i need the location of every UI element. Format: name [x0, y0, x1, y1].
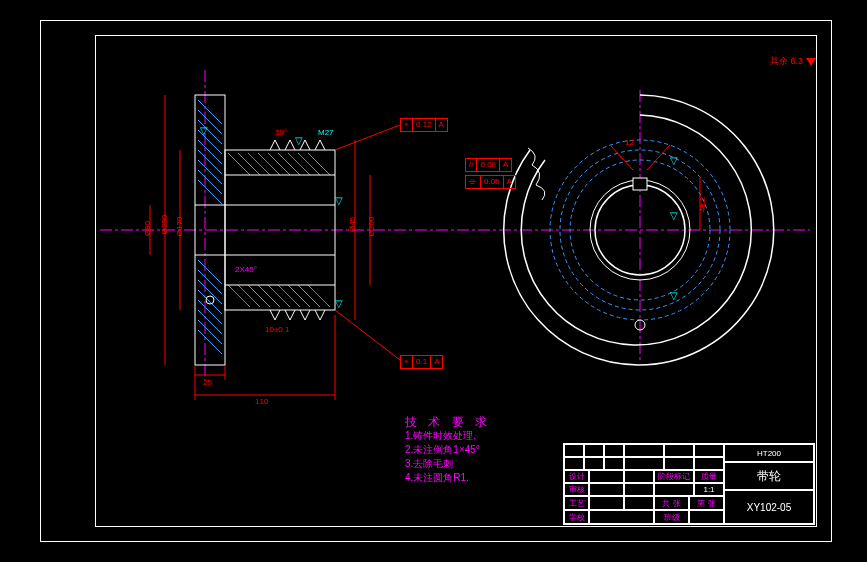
- svg-line-18: [298, 153, 320, 175]
- tb-design-label: 设计: [564, 470, 589, 483]
- svg-line-6: [198, 140, 222, 164]
- svg-line-21: [198, 270, 222, 294]
- svg-line-12: [238, 153, 260, 175]
- tech-req-item: 3.去除毛刺: [405, 457, 491, 471]
- svg-line-58: [610, 145, 633, 170]
- tb-name: 带轮: [724, 462, 814, 490]
- svg-line-7: [198, 150, 222, 174]
- surface-finish-icon: ▽: [335, 298, 343, 309]
- svg-line-23: [198, 290, 222, 314]
- tb-school-label: 学校: [564, 510, 589, 524]
- gdt-sym: //: [466, 159, 477, 171]
- tb-mass-label: 质量: [694, 470, 724, 483]
- gdt-symmetry: ⌯ 0.05 A: [465, 175, 516, 189]
- dim-110: 110: [255, 397, 268, 406]
- tb-check-label: 审核: [564, 483, 589, 496]
- surface-finish-icon: ▽: [670, 210, 678, 221]
- dim-d80: Ø80: [143, 221, 152, 236]
- dim-d45: Ø45: [348, 217, 357, 232]
- tb-page-label: 第 张: [689, 496, 724, 510]
- tb-sheet-label: 共 张: [654, 496, 689, 510]
- gdt-sym: ⌖: [401, 119, 413, 131]
- dim-d200: Ø200: [367, 217, 376, 237]
- svg-line-34: [288, 285, 310, 307]
- svg-line-19: [308, 153, 330, 175]
- svg-line-11: [228, 153, 250, 175]
- svg-line-8: [198, 160, 222, 184]
- gdt-datum: A: [436, 119, 447, 131]
- tb-class-label: 班级: [654, 510, 689, 524]
- svg-line-32: [268, 285, 290, 307]
- dim-key-w: 12: [625, 138, 634, 147]
- svg-line-15: [268, 153, 290, 175]
- svg-line-2: [198, 100, 222, 124]
- cad-canvas: 其余 6.3: [0, 0, 867, 562]
- svg-line-10: [198, 180, 222, 204]
- svg-rect-56: [633, 178, 647, 190]
- dim-pitch: 10±0.1: [265, 325, 289, 334]
- gdt-tol: 0.1: [413, 356, 431, 368]
- svg-line-22: [198, 280, 222, 304]
- tech-req-item: 1.铸件时效处理.: [405, 429, 491, 443]
- svg-line-25: [198, 310, 222, 334]
- tb-stage-label: 阶段标记: [654, 470, 694, 483]
- surface-finish-icon: ▽: [335, 195, 343, 206]
- dim-angle: 39°: [275, 128, 287, 137]
- tb-drawing-no: XY102-05: [724, 490, 814, 524]
- tb-scale: 1:1: [694, 483, 724, 496]
- gdt-tol: 0.05: [481, 176, 504, 188]
- surface-finish-icon: ▽: [670, 155, 678, 166]
- svg-line-20: [198, 260, 222, 284]
- title-block: HT200 带轮 设计 阶段标记 质量 审核 1:1 工艺 共 张 第 张 学校…: [563, 443, 815, 525]
- tb-material: HT200: [724, 444, 814, 462]
- svg-line-30: [248, 285, 270, 307]
- gdt-datum: A: [500, 159, 511, 171]
- svg-line-17: [288, 153, 310, 175]
- dim-25: 25: [203, 378, 212, 387]
- tech-req-title: 技 术 要 求: [405, 415, 491, 429]
- svg-line-31: [258, 285, 280, 307]
- svg-line-27: [198, 330, 222, 354]
- tb-process-label: 工艺: [564, 496, 589, 510]
- svg-line-50: [335, 310, 400, 360]
- dim-thread: M27: [318, 128, 334, 137]
- svg-line-29: [238, 285, 260, 307]
- surface-finish-icon: ▽: [295, 135, 303, 146]
- tech-req-item: 2.未注倒角1×45°: [405, 443, 491, 457]
- dim-key-h: 48.2: [698, 197, 707, 213]
- tech-requirements: 技 术 要 求 1.铸件时效处理. 2.未注倒角1×45° 3.去除毛刺 4.未…: [405, 415, 491, 485]
- svg-line-36: [308, 285, 330, 307]
- gdt-tol: 0.12: [413, 119, 436, 131]
- dim-chamfer: 2X45°: [235, 265, 257, 274]
- gdt-datum: A: [431, 356, 442, 368]
- gdt-tol: 0.06: [477, 159, 500, 171]
- gdt-sym: ⌖: [401, 356, 413, 368]
- gdt-runout1: ⌖ 0.12 A: [400, 118, 448, 132]
- tech-req-item: 4.未注圆角R1.: [405, 471, 491, 485]
- surface-finish-icon: ▽: [200, 125, 208, 136]
- dim-d170: Ø170: [175, 217, 184, 237]
- svg-line-49: [335, 125, 400, 150]
- svg-line-9: [198, 170, 222, 194]
- svg-line-14: [258, 153, 280, 175]
- surface-finish-icon: ▽: [670, 290, 678, 301]
- svg-line-16: [278, 153, 300, 175]
- svg-line-26: [198, 320, 222, 344]
- svg-line-28: [228, 285, 250, 307]
- gdt-sym: ⌯: [466, 176, 481, 188]
- gdt-datum: A: [504, 176, 515, 188]
- gdt-parallel: // 0.06 A: [465, 158, 512, 172]
- svg-line-59: [647, 145, 670, 170]
- svg-line-33: [278, 285, 300, 307]
- dim-d250: Ø250: [160, 215, 169, 235]
- svg-line-13: [248, 153, 270, 175]
- gdt-runout2: ⌖ 0.1 A: [400, 355, 443, 369]
- svg-line-35: [298, 285, 320, 307]
- bolt-hole: [206, 296, 214, 304]
